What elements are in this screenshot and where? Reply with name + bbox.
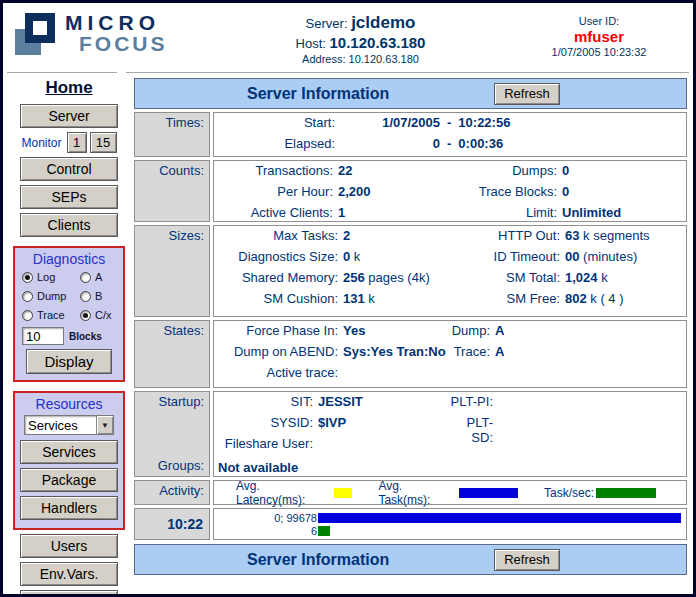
blocks-input[interactable]	[22, 327, 64, 345]
active-clients-value: 1	[338, 205, 345, 220]
handlers-button[interactable]: Handlers	[20, 496, 118, 520]
sizes-row-label: Sizes:	[134, 225, 210, 317]
monitor-label: Monitor	[21, 136, 61, 150]
elapsed-time: 0:00:36	[458, 136, 503, 151]
activity-chart-row: 10:22 0; 99678 6	[134, 508, 687, 540]
sit-value: JESSIT	[318, 394, 363, 409]
limit-value: Unlimited	[562, 205, 621, 220]
groups-label: Groups:	[135, 458, 204, 473]
server-name: jcldemo	[351, 13, 415, 32]
times-row-content: Start: 1/07/2005 - 10:22:56 Elapsed: 0 -…	[213, 112, 687, 157]
host-value: 10.120.63.180	[330, 34, 426, 51]
home-link[interactable]: Home	[45, 78, 92, 98]
main-content: Server Information Refresh Times: Start:…	[134, 75, 687, 597]
shared-memory-value: 256	[343, 270, 365, 285]
page-header: MICRO FOCUS Server: jcldemo Host: 10.120…	[3, 3, 693, 72]
chguser-button[interactable]: Chg.User	[20, 590, 118, 597]
control-button[interactable]: Control	[20, 157, 118, 181]
http-out-value: 63	[565, 228, 579, 243]
task-sec-bar	[318, 526, 330, 536]
address-label: Address:	[302, 53, 345, 65]
radio-log-icon[interactable]	[22, 272, 33, 283]
per-hour-value: 2,200	[338, 184, 371, 199]
transactions-value: 22	[338, 163, 352, 178]
seps-button[interactable]: SEPs	[20, 185, 118, 209]
sidebar: Home Server Monitor 1 15 Control SEPs Cl…	[11, 75, 127, 597]
user-id-value: mfuser	[513, 28, 685, 45]
radio-option-dump[interactable]: Dump	[22, 290, 80, 302]
footer-title: Server Information	[247, 551, 389, 569]
activity-legend: Avg. Latency(ms): Avg. Task(ms): Task/se…	[213, 480, 687, 505]
display-button[interactable]: Display	[26, 349, 112, 374]
monitor-1-button[interactable]: 1	[67, 132, 87, 153]
radio-a-icon[interactable]	[80, 272, 91, 283]
dump-state-value: A	[495, 323, 504, 338]
start-date: 1/07/2005	[340, 115, 440, 130]
sm-total-value: 1,024	[565, 270, 598, 285]
server-label: Server:	[306, 16, 348, 31]
microfocus-logo-icon	[15, 11, 57, 55]
microfocus-logo: MICRO FOCUS	[3, 11, 208, 55]
trace-blocks-value: 0	[562, 184, 569, 199]
host-label: Host:	[296, 36, 326, 51]
sm-cushion-value: 131	[343, 291, 365, 306]
radio-option-log[interactable]: Log	[22, 271, 80, 283]
dump-on-abend-value: Sys:Yes Tran:No	[343, 344, 446, 359]
blocks-row: Blocks	[18, 327, 120, 345]
diagnostics-size-value: 0	[343, 249, 350, 264]
radio-trace-icon[interactable]	[22, 310, 33, 321]
envvars-button[interactable]: Env.Vars.	[20, 562, 118, 586]
diagnostics-title: Diagnostics	[33, 251, 105, 267]
section-header-banner: Server Information Refresh	[134, 78, 687, 109]
monitor-15-button[interactable]: 15	[90, 132, 117, 153]
radio-dump-icon[interactable]	[22, 291, 33, 302]
radio-option-trace[interactable]: Trace	[22, 309, 80, 321]
package-button[interactable]: Package	[20, 468, 118, 492]
users-button[interactable]: Users	[20, 534, 118, 558]
header-divider	[7, 72, 689, 73]
activity-row: Activity: Avg. Latency(ms): Avg. Task(ms…	[134, 480, 687, 505]
trace-state-value: A	[495, 344, 504, 359]
startup-row-content: SIT:JESSIT SYSID:$IVP Fileshare User: PL…	[213, 391, 687, 477]
radio-option-a[interactable]: A	[80, 271, 124, 283]
server-identity: Server: jcldemo Host: 10.120.63.180 Addr…	[208, 11, 513, 65]
radio-option-cx[interactable]: C/x	[80, 309, 124, 321]
groups-value: Not available	[218, 457, 682, 478]
monitor-row: Monitor 1 15	[21, 132, 116, 153]
legend-latency-label: Avg. Latency(ms):	[236, 479, 332, 507]
legend-task-ms-swatch	[459, 488, 518, 498]
user-identity: User ID: mfuser 1/07/2005 10:23:32	[513, 11, 693, 58]
force-phase-in-value: Yes	[343, 323, 365, 338]
activity-chart: 0; 99678 6	[213, 508, 687, 540]
radio-cx-icon[interactable]	[80, 310, 91, 321]
times-row: Times: Start: 1/07/2005 - 10:22:56 Elaps…	[134, 112, 687, 157]
radio-b-icon[interactable]	[80, 291, 91, 302]
resources-dropdown-value: Services	[25, 418, 96, 433]
resources-title: Resources	[36, 396, 103, 412]
elapsed-label: Elapsed:	[218, 136, 340, 151]
app-window: MICRO FOCUS Server: jcldemo Host: 10.120…	[0, 0, 696, 597]
clients-button[interactable]: Clients	[20, 213, 118, 237]
legend-latency-swatch	[334, 488, 353, 498]
user-id-label: User ID:	[513, 15, 685, 27]
legend-task-sec-swatch	[596, 488, 656, 498]
max-tasks-value: 2	[343, 228, 350, 243]
diagnostics-radio-group: Log A Dump B	[18, 270, 120, 325]
resources-dropdown[interactable]: Services ▼	[24, 415, 114, 435]
counts-row: Counts: Transactions:22 Per Hour:2,200 A…	[134, 160, 687, 222]
radio-option-b[interactable]: B	[80, 290, 124, 302]
services-button[interactable]: Services	[20, 440, 118, 464]
activity-row-label: Activity:	[134, 480, 210, 505]
elapsed-days: 0	[340, 136, 440, 151]
dumps-value: 0	[562, 163, 569, 178]
start-label: Start:	[218, 115, 340, 130]
counts-row-label: Counts:	[134, 160, 210, 222]
server-button[interactable]: Server	[20, 104, 118, 128]
refresh-button-top[interactable]: Refresh	[494, 83, 560, 105]
diagnostics-panel: Diagnostics Log A Dump	[13, 246, 125, 382]
sm-free-value: 802	[565, 291, 587, 306]
startup-row: Startup: Groups: SIT:JESSIT SYSID:$IVP F…	[134, 391, 687, 477]
address-value: 10.120.63.180	[349, 53, 419, 65]
chevron-down-icon[interactable]: ▼	[96, 416, 113, 434]
refresh-button-bottom[interactable]: Refresh	[494, 549, 560, 571]
